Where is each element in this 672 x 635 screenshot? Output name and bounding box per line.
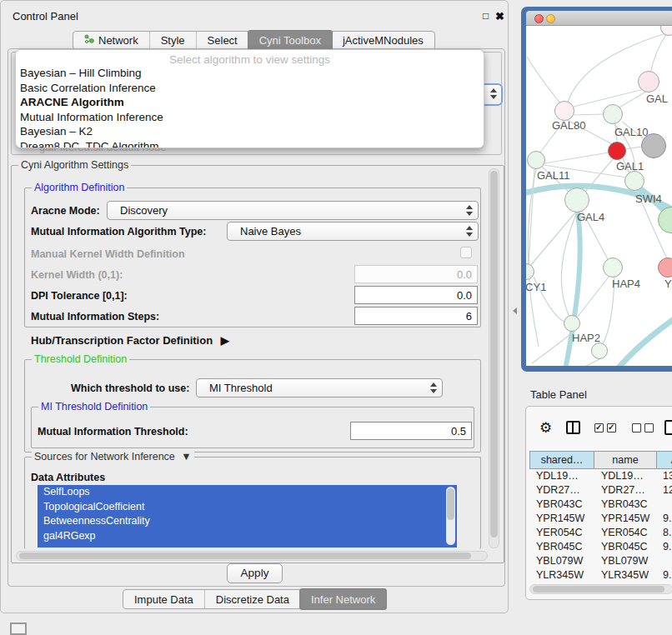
control-panel-title: Control Panel [13, 10, 78, 22]
tab-infer-network[interactable]: Infer Network [299, 588, 387, 610]
mi-steps-field[interactable]: 6 [354, 307, 478, 325]
settings-vscroll-thumb[interactable] [490, 171, 498, 538]
settings-horizontal-scrollbar[interactable] [16, 551, 488, 561]
attr-item-topologicalcoefficient[interactable]: TopologicalCoefficient [38, 500, 457, 515]
unchecked-checkbox-icon[interactable] [644, 423, 654, 432]
network-node-hap4[interactable] [603, 258, 623, 278]
table-panel-window: ⚙ shared… name A YDL19…YDL19…13 YDR27…YD… [525, 406, 672, 600]
algorithm-definition-title: Algorithm Definition [32, 182, 127, 193]
manual-kernel-checkbox[interactable] [460, 247, 472, 258]
sources-group-title[interactable]: Sources for Network Inference ▼ [32, 451, 194, 462]
column-header-shared-name[interactable]: shared… [529, 451, 594, 469]
algorithm-dropdown-popup: Select algorithm to view settings Bayesi… [15, 49, 484, 148]
combo-stepper-icon [490, 88, 497, 99]
network-node[interactable] [591, 342, 608, 359]
tab-style[interactable]: Style [149, 32, 196, 49]
node-label-gal1: GAL1 [616, 160, 644, 172]
close-panel-icon[interactable]: ✖ [495, 10, 504, 22]
network-node-swi4[interactable] [624, 171, 644, 191]
tab-discretize-data[interactable]: Discretize Data [204, 590, 300, 608]
algo-option-mutual-information[interactable]: Mutual Information Inference [16, 110, 484, 125]
table-panel-title: Table Panel [530, 388, 587, 401]
splitpane-collapse-icon[interactable] [513, 308, 517, 314]
network-icon [84, 34, 94, 47]
table-row[interactable]: YBL079WYBL079W [529, 554, 672, 568]
network-window-titlebar[interactable] [526, 11, 672, 26]
mi-type-combobox[interactable]: Naive Bayes [227, 222, 479, 241]
cyni-mode-tabs: Impute Data Discretize Data Infer Networ… [123, 589, 387, 609]
table-row[interactable]: YBR043CYBR043C [529, 498, 672, 512]
tab-impute-data[interactable]: Impute Data [123, 590, 204, 608]
column-header-name[interactable]: name [594, 451, 657, 469]
table-row[interactable]: YDR27…YDR27…12 [529, 483, 672, 498]
table-row[interactable]: YLR345WYLR345W9. [529, 568, 672, 582]
settings-hscroll-thumb[interactable] [19, 552, 471, 559]
algo-option-bayesian-k2[interactable]: Bayesian – K2 [16, 124, 484, 139]
algo-option-aracne[interactable]: ARACNE Algorithm [16, 95, 484, 110]
node-label-gal4: GAL4 [577, 211, 604, 223]
partial-toolbar-icon[interactable] [10, 622, 27, 635]
close-traffic-light-icon[interactable] [534, 14, 544, 23]
dpi-tolerance-field[interactable]: 0.0 [354, 286, 478, 304]
table-row[interactable]: YPR145WYPR145W9. [529, 512, 672, 526]
mi-type-label: Mutual Information Algorithm Type: [31, 226, 206, 238]
unchecked-checkbox-icon[interactable] [632, 423, 641, 432]
node-label-gal80: GAL80 [552, 119, 585, 132]
gear-icon[interactable]: ⚙ [539, 419, 552, 437]
network-view-canvas[interactable]: GAL GAL80 GAL10 GAL1 GAL11 SWI4 GAL4 GCY… [526, 26, 672, 366]
combo-stepper-icon [466, 226, 473, 237]
apply-button[interactable]: Apply [227, 563, 283, 583]
aracne-mode-combobox[interactable]: Discovery [107, 201, 479, 220]
checked-checkbox-icon[interactable] [607, 423, 616, 432]
node-label-gal10: GAL10 [614, 126, 648, 138]
table-row[interactable]: YDL19…YDL19…13 [529, 469, 672, 483]
mi-threshold-field[interactable]: 0.5 [350, 422, 472, 440]
document-icon[interactable] [664, 420, 672, 435]
algo-option-basic-correlation[interactable]: Basic Correlation Inference [16, 81, 484, 96]
algo-option-bayesian-hill-climbing[interactable]: Bayesian – Hill Climbing [16, 66, 484, 81]
dpi-tolerance-label: DPI Tolerance [0,1]: [31, 290, 128, 302]
table-row[interactable]: YBR045CYBR045C9. [529, 540, 672, 554]
network-node-gal4[interactable] [564, 188, 589, 212]
dropdown-placeholder: Select algorithm to view settings [16, 50, 484, 66]
attr-item-betweennesscentrality[interactable]: BetweennessCentrality [38, 514, 457, 529]
column-header-clipped[interactable]: A [656, 451, 672, 469]
tab-jactivemnodules[interactable]: jActiveMNodules [332, 32, 434, 49]
node-label-hap2: HAP2 [572, 332, 600, 344]
which-threshold-combobox[interactable]: MI Threshold [196, 378, 443, 398]
network-node-gal80[interactable] [554, 101, 574, 121]
attribute-list-scrollbar[interactable] [446, 487, 455, 545]
network-node[interactable] [638, 71, 659, 92]
zoom-traffic-light-icon[interactable] [558, 14, 567, 23]
settings-vertical-scrollbar[interactable] [489, 168, 499, 548]
checked-checkbox-icon[interactable] [594, 423, 604, 432]
manual-kernel-label: Manual Kernel Width Definition [31, 248, 185, 260]
minimize-traffic-light-icon[interactable] [546, 14, 555, 23]
threshold-definition-title: Threshold Definition [32, 353, 129, 365]
table-row[interactable]: YER054CYER054C8. [529, 526, 672, 540]
algo-option-dream8[interactable]: Dream8 DC_TDC Algorithm [16, 139, 484, 149]
attribute-list-scroll-thumb[interactable] [447, 488, 454, 520]
attr-item-gal4rgexp[interactable]: gal4RGexp [38, 529, 457, 544]
tab-cyni-toolbox[interactable]: Cyni Toolbox [248, 30, 333, 51]
network-node-hap2[interactable] [564, 315, 580, 332]
table-hscroll-thumb[interactable] [533, 586, 664, 592]
network-node-salmon[interactable] [658, 258, 672, 278]
network-node-gal10[interactable] [603, 104, 623, 124]
table-horizontal-scrollbar[interactable] [529, 584, 672, 594]
node-label-hap4: HAP4 [612, 278, 640, 290]
network-node-gal1-selected[interactable] [608, 142, 626, 160]
tab-network[interactable]: Network [73, 32, 149, 49]
which-threshold-label: Which threshold to use: [71, 382, 189, 394]
data-attributes-label: Data Attributes [31, 472, 105, 483]
settings-group-title: Cyni Algorithm Settings [18, 159, 131, 171]
hub-definition-toggle[interactable]: Hub/Transcription Factor Definition ▶ [31, 334, 229, 347]
combo-stepper-icon [466, 205, 473, 216]
split-columns-icon[interactable] [566, 421, 580, 434]
mi-steps-label: Mutual Information Steps: [31, 311, 159, 322]
network-node-gal11[interactable] [527, 151, 545, 169]
attr-item-selfloops[interactable]: SelfLoops [38, 485, 457, 500]
tab-select[interactable]: Select [196, 32, 248, 49]
kernel-width-field[interactable]: 0.0 [354, 265, 478, 283]
float-window-icon[interactable]: □ [483, 10, 489, 22]
